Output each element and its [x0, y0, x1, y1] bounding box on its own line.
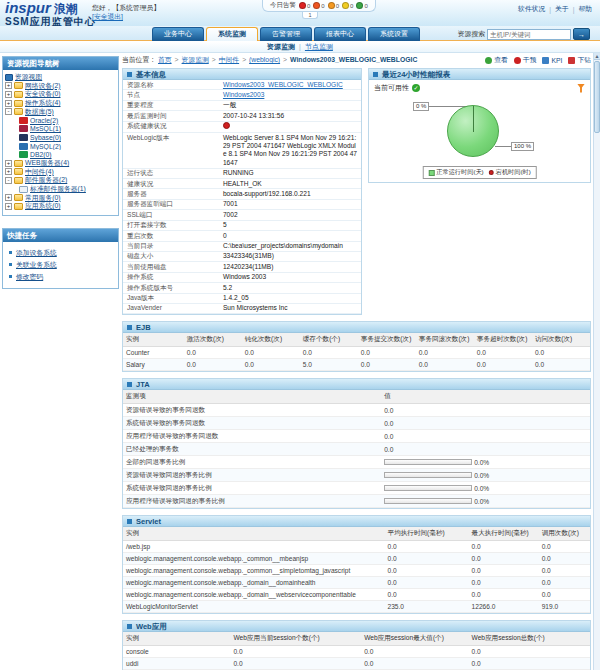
expand-icon[interactable]: +	[5, 82, 12, 89]
collapse-icon[interactable]: -	[5, 177, 12, 184]
vertical-scrollbar[interactable]: ▲	[593, 53, 600, 670]
pie-label-zero: 0 %	[413, 102, 429, 111]
top-link[interactable]: 关于	[555, 4, 569, 14]
breadcrumb-link[interactable]: 首页	[158, 56, 172, 63]
main-nav: 业务中心系统监测告警管理报表中心系统设置 资源搜索 →	[0, 26, 600, 41]
intervene-action[interactable]: 干预	[514, 55, 537, 65]
scrollbar-up-arrow[interactable]: ▲	[594, 53, 600, 60]
nav-tab[interactable]: 系统监测	[206, 27, 258, 41]
tree-item[interactable]: MySQL(2)	[5, 142, 116, 151]
alert-badge[interactable]: 0	[328, 2, 339, 9]
value-cell: 0.0	[539, 589, 590, 601]
breadcrumb-link[interactable]: 资源监测	[182, 56, 209, 63]
tree-item-label[interactable]: 中间件(4)	[25, 168, 54, 177]
top-link[interactable]: 帮助	[578, 4, 592, 14]
tree-item[interactable]: +安全设备(0)	[5, 90, 116, 99]
quick-task-link[interactable]: 关联业务系统	[16, 260, 57, 270]
breadcrumb-link[interactable]: 中间件	[219, 56, 239, 63]
alert-badge[interactable]: 0	[313, 2, 324, 9]
drill-action[interactable]: 下钻	[568, 55, 591, 65]
alert-badge[interactable]: 0	[356, 2, 367, 9]
intervene-action-icon	[514, 57, 521, 64]
app-window: inspur浪潮 SSM应用监管中心 您好，【系统管理员】 [安全退出] 今日告…	[0, 0, 600, 670]
tree-item-label[interactable]: 网络设备(2)	[25, 82, 61, 91]
expand-icon[interactable]: +	[5, 100, 12, 107]
tree-item-label[interactable]: 安全设备(0)	[25, 90, 61, 99]
tree-item-label[interactable]: MsSQL(1)	[30, 125, 61, 132]
expand-icon[interactable]: +	[5, 194, 12, 201]
tree-item-label[interactable]: 应用系统(0)	[25, 202, 61, 211]
tree-item[interactable]: 标准邮件服务器(1)	[5, 185, 116, 194]
expand-icon[interactable]: +	[5, 91, 12, 98]
search-input[interactable]	[487, 29, 571, 40]
search-label: 资源搜索	[458, 29, 485, 39]
tree-item-label[interactable]: Oracle(2)	[30, 117, 58, 124]
tree-item[interactable]: +网络设备(2)	[5, 82, 116, 91]
jta-metric-value: 0.0%	[384, 459, 489, 466]
availability-ok-icon	[412, 84, 420, 92]
jta-metric-value: 0.0%	[384, 485, 489, 492]
tree-item[interactable]: 资源视图	[5, 73, 116, 82]
quick-task-item[interactable]: 修改密码	[6, 271, 115, 283]
breadcrumb-separator: >	[212, 56, 216, 63]
legend-swatch-icon	[489, 170, 494, 175]
alert-badge[interactable]: 0	[299, 2, 310, 9]
tree-item-label[interactable]: DB2(0)	[30, 151, 52, 158]
view-action[interactable]: 查看	[485, 55, 508, 65]
tree-item[interactable]: DB2(0)	[5, 150, 116, 159]
view-action-icon	[485, 57, 492, 64]
info-value[interactable]: Windows2003	[223, 91, 361, 99]
tree-item-label[interactable]: 标准邮件服务器(1)	[30, 185, 86, 194]
subnav-resource-monitor[interactable]: 资源监测	[267, 43, 295, 50]
logout-link[interactable]: [安全退出]	[92, 12, 123, 22]
tree-item-label[interactable]: 数据库(5)	[25, 107, 54, 116]
nav-tab[interactable]: 系统设置	[368, 27, 420, 41]
tree-item[interactable]: MsSQL(1)	[5, 125, 116, 134]
alert-badge[interactable]: 0	[342, 2, 353, 9]
kpi-action[interactable]: KPI	[542, 55, 562, 65]
pie-slice-line	[473, 106, 474, 132]
quick-task-item[interactable]: 添加设备系统	[6, 247, 115, 259]
collapse-icon[interactable]: -	[5, 108, 12, 115]
expand-icon[interactable]: +	[5, 160, 12, 167]
nav-tab[interactable]: 业务中心	[152, 27, 204, 41]
filter-icon[interactable]	[577, 84, 585, 93]
folder-icon	[14, 194, 23, 201]
nav-tab[interactable]: 报表中心	[314, 27, 366, 41]
alert-sub-count[interactable]: 1	[302, 12, 318, 19]
tree-item-label[interactable]: 资源视图	[15, 73, 42, 82]
tree-item[interactable]: +应用系统(0)	[5, 202, 116, 211]
search-button[interactable]: →	[573, 28, 590, 40]
tree-item[interactable]: +操作系统(4)	[5, 99, 116, 108]
tree-item-label[interactable]: Sybase(0)	[30, 134, 61, 141]
info-value: 7002	[223, 211, 361, 219]
scrollbar-thumb[interactable]	[594, 61, 600, 133]
tree-item-label[interactable]: WEB服务器(4)	[25, 159, 69, 168]
nav-tab[interactable]: 告警管理	[260, 27, 312, 41]
quick-task-item[interactable]: 关联业务系统	[6, 259, 115, 271]
info-label: 运行状态	[123, 169, 223, 177]
info-row: WebLogic版本WebLogic Server 8.1 SP4 Mon No…	[123, 133, 361, 169]
table-row: uddi0.00.00.0	[123, 658, 590, 670]
tree-item[interactable]: +中间件(4)	[5, 168, 116, 177]
tree-item[interactable]: +常用服务(0)	[5, 193, 116, 202]
tree-item[interactable]: -邮件服务器(2)	[5, 176, 116, 185]
quick-task-link[interactable]: 修改密码	[16, 272, 43, 282]
subnav-node-monitor[interactable]: 节点监测	[305, 43, 333, 50]
quick-task-link[interactable]: 添加设备系统	[16, 248, 57, 258]
info-label: 打开套接字数	[123, 221, 223, 229]
tree-item[interactable]: Oracle(2)	[5, 116, 116, 125]
tree-item[interactable]: Sybase(0)	[5, 133, 116, 142]
tree-item-label[interactable]: MySQL(2)	[30, 143, 61, 150]
breadcrumb-link[interactable]: (weblogic)	[249, 56, 280, 63]
info-value[interactable]: Windows2003_WEBLOGIC_WEBLOGIC	[223, 81, 361, 89]
column-header: Web应用session最大值(个)	[361, 632, 468, 646]
tree-item-label[interactable]: 常用服务(0)	[25, 193, 61, 202]
expand-icon[interactable]: +	[5, 168, 12, 175]
tree-item[interactable]: +WEB服务器(4)	[5, 159, 116, 168]
expand-icon[interactable]: +	[5, 203, 12, 210]
tree-item-label[interactable]: 操作系统(4)	[25, 99, 61, 108]
tree-item[interactable]: -数据库(5)	[5, 107, 116, 116]
tree-item-label[interactable]: 邮件服务器(2)	[25, 176, 67, 185]
top-link[interactable]: 软件状况	[518, 4, 545, 14]
